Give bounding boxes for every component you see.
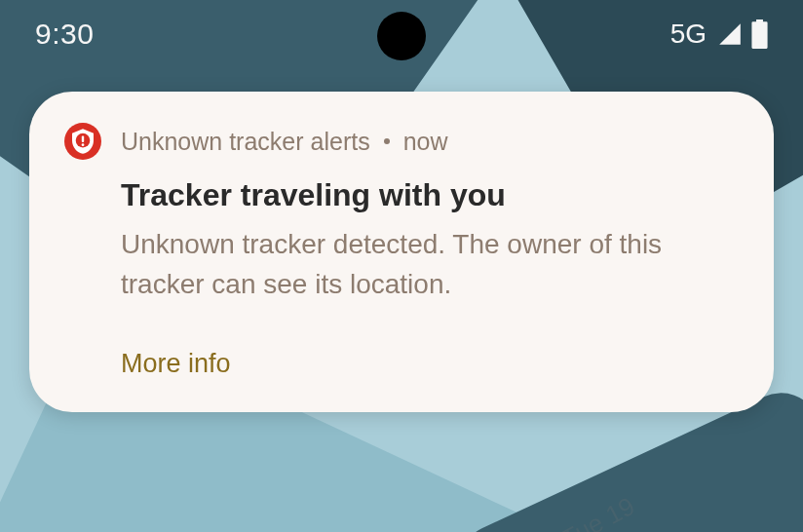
- notification-time: now: [403, 128, 448, 156]
- svg-point-2: [82, 143, 85, 146]
- svg-rect-1: [82, 136, 84, 142]
- separator-dot: [384, 138, 390, 144]
- notification-app-name: Unknown tracker alerts: [121, 128, 370, 156]
- status-right: 5G: [670, 19, 768, 50]
- battery-icon: [751, 19, 768, 49]
- notification-title: Tracker traveling with you: [121, 177, 739, 213]
- signal-icon: [716, 21, 744, 47]
- more-info-button[interactable]: More info: [64, 349, 739, 379]
- notification-header: Unknown tracker alerts now: [64, 123, 739, 160]
- notification-text: Unknown tracker detected. The owner of t…: [121, 225, 739, 304]
- camera-cutout: [377, 12, 426, 60]
- shield-alert-icon: [64, 123, 101, 160]
- notification-body: Tracker traveling with you Unknown track…: [64, 177, 739, 304]
- notification-card[interactable]: Unknown tracker alerts now Tracker trave…: [29, 92, 774, 412]
- status-time: 9:30: [35, 18, 94, 51]
- notification-meta: Unknown tracker alerts now: [121, 128, 448, 156]
- status-bar: 9:30 5G: [0, 0, 803, 68]
- network-label: 5G: [670, 19, 707, 50]
